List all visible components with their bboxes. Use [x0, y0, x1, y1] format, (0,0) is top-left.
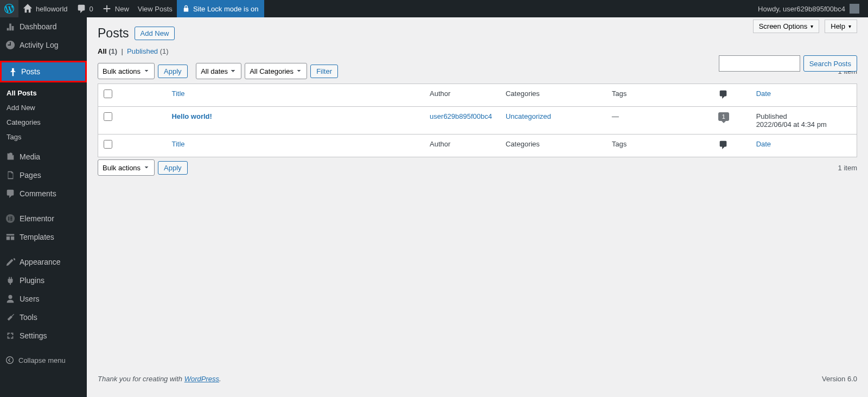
sidebar-item-appearance[interactable]: Appearance [0, 253, 87, 271]
sitelock-indicator[interactable]: Site Lock mode is on [177, 0, 264, 17]
sidebar-label: Tools [20, 313, 37, 322]
topbar-comments[interactable]: 0 [72, 0, 98, 17]
admin-topbar: helloworld 0 New View Posts Site Lock mo… [0, 0, 868, 17]
avatar [850, 4, 859, 14]
select-all-bottom[interactable] [104, 140, 112, 149]
filter-button[interactable]: Filter [310, 65, 338, 78]
row-checkbox[interactable] [104, 112, 112, 121]
dates-select[interactable]: All dates [196, 63, 241, 79]
search-button[interactable]: Search Posts [803, 55, 857, 72]
help-button[interactable]: Help [825, 20, 857, 33]
sidebar-label: Activity Log [20, 41, 59, 49]
collapse-icon [5, 356, 14, 364]
submenu-tags[interactable]: Tags [0, 130, 87, 144]
select-all-top[interactable] [104, 89, 112, 98]
sidebar-item-media[interactable]: Media [0, 148, 87, 166]
content-area: Screen Options Help Posts Add New All (1… [87, 17, 868, 397]
sidebar-label: Elementor [20, 214, 54, 223]
col-tags-foot: Tags [607, 135, 713, 157]
topbar-comments-count: 0 [90, 5, 93, 13]
separator: | [121, 47, 123, 55]
col-date[interactable]: Date [756, 89, 771, 98]
row-category-link[interactable]: Uncategorized [506, 112, 551, 120]
highlight-box-posts: Posts [0, 61, 87, 82]
sidebar-item-templates[interactable]: Templates [0, 228, 87, 246]
col-date-foot[interactable]: Date [756, 140, 771, 148]
pin-icon [7, 67, 17, 76]
sidebar-item-comments[interactable]: Comments [0, 184, 87, 203]
collapse-menu[interactable]: Collapse menu [0, 351, 87, 369]
page-header: Posts Add New [98, 26, 857, 41]
home-icon [23, 4, 33, 14]
sidebar-label: Pages [20, 171, 41, 180]
categories-select[interactable]: All Categories [245, 63, 307, 79]
row-title-link[interactable]: Hello world! [171, 112, 212, 120]
col-categories-foot: Categories [500, 135, 607, 157]
appearance-icon [5, 257, 15, 267]
submenu-categories[interactable]: Categories [0, 115, 87, 130]
apply-button-bottom[interactable]: Apply [158, 161, 188, 175]
topbar-view-posts[interactable]: View Posts [133, 0, 177, 17]
sidebar-item-pages[interactable]: Pages [0, 166, 87, 184]
bulk-actions-select[interactable]: Bulk actions [98, 63, 155, 79]
svg-rect-2 [10, 216, 12, 217]
wp-logo[interactable] [0, 0, 18, 17]
sidebar-label: Settings [20, 331, 47, 340]
screen-options-button[interactable]: Screen Options [753, 20, 820, 33]
footer-thanks: Thank you for creating with WordPress. [98, 375, 221, 383]
sidebar-label: Comments [20, 189, 56, 198]
add-new-button[interactable]: Add New [135, 27, 175, 40]
sidebar-item-posts[interactable]: Posts [2, 62, 85, 81]
media-icon [5, 152, 15, 162]
bulk-actions-select-bottom[interactable]: Bulk actions [98, 159, 155, 176]
sidebar-label: Dashboard [20, 22, 57, 31]
topbar-new[interactable]: New [98, 0, 133, 17]
tools-icon [5, 312, 15, 322]
row-tags: — [607, 107, 713, 135]
sidebar-item-plugins[interactable]: Plugins [0, 271, 87, 290]
sidebar-item-tools[interactable]: Tools [0, 308, 87, 326]
svg-point-5 [7, 357, 14, 364]
submenu-add-new[interactable]: Add New [0, 100, 87, 115]
sidebar-item-dashboard[interactable]: Dashboard [0, 17, 87, 36]
row-author-link[interactable]: user629b895f00bc4 [430, 112, 492, 120]
col-title-foot[interactable]: Title [171, 140, 184, 148]
account-menu[interactable]: Howdy, user629b895f00bc4 [754, 0, 864, 17]
table-row: Hello world! user629b895f00bc4 Uncategor… [98, 107, 857, 135]
site-name-label: helloworld [36, 5, 68, 13]
svg-rect-4 [10, 220, 12, 221]
apply-button-top[interactable]: Apply [158, 65, 188, 78]
pages-icon [5, 170, 15, 180]
collapse-label: Collapse menu [18, 356, 66, 364]
col-author: Author [424, 84, 500, 107]
view-published[interactable]: Published (1) [127, 47, 169, 55]
lock-icon [182, 5, 190, 12]
comments-icon [5, 189, 15, 198]
comments-col-icon[interactable] [718, 93, 728, 101]
sidebar-label: Media [20, 152, 40, 161]
submenu-all-posts[interactable]: All Posts [0, 86, 87, 100]
comments-col-icon-foot[interactable] [718, 143, 728, 151]
svg-rect-1 [8, 216, 9, 220]
row-comment-count[interactable]: 1 [718, 112, 729, 121]
topbar-left: helloworld 0 New View Posts Site Lock mo… [0, 0, 264, 17]
clock-icon [5, 40, 15, 50]
elementor-icon [5, 214, 15, 223]
users-icon [5, 294, 15, 304]
topbar-view-posts-label: View Posts [138, 5, 173, 13]
search-input[interactable] [719, 55, 800, 72]
sidebar-item-activity[interactable]: Activity Log [0, 36, 87, 54]
plugin-icon [5, 276, 15, 285]
row-date: Published2022/06/04 at 4:34 pm [751, 107, 857, 135]
sidebar-item-elementor[interactable]: Elementor [0, 209, 87, 228]
footer-wp-link[interactable]: WordPress [184, 375, 219, 383]
col-title[interactable]: Title [171, 89, 184, 98]
view-all[interactable]: All (1) [98, 47, 117, 55]
site-link[interactable]: helloworld [18, 0, 72, 17]
sidebar-item-settings[interactable]: Settings [0, 326, 87, 345]
posts-table: Title Author Categories Tags Date Hello … [98, 84, 857, 157]
howdy-text: Howdy, user629b895f00bc4 [758, 5, 845, 13]
templates-icon [5, 232, 15, 242]
col-categories: Categories [500, 84, 607, 107]
sidebar-item-users[interactable]: Users [0, 290, 87, 308]
